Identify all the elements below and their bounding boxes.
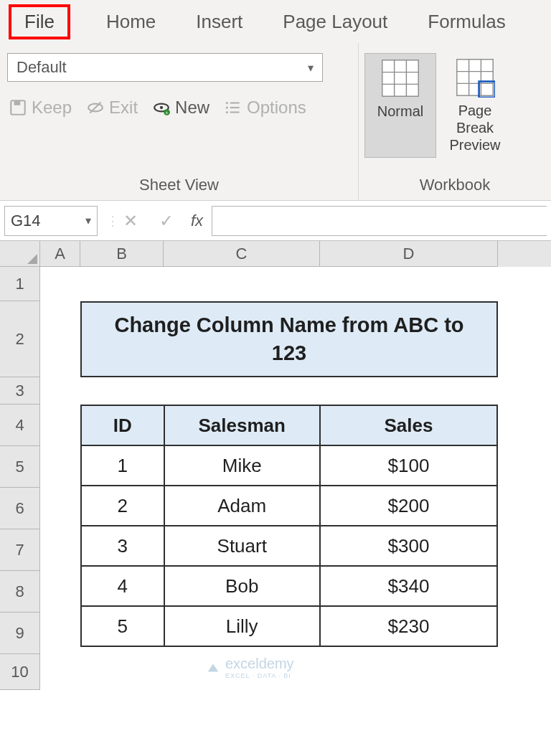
cell-sales[interactable]: $230 xyxy=(320,606,497,646)
header-salesman[interactable]: Salesman xyxy=(164,405,320,445)
svg-text:+: + xyxy=(165,110,169,116)
cell-sales[interactable]: $340 xyxy=(320,566,497,606)
svg-rect-1 xyxy=(14,100,21,105)
data-table: ID Salesman Sales 1 Mike $100 2 Adam $20… xyxy=(80,405,498,647)
formula-bar: G14 ▾ ⋮ ✕ ✓ fx xyxy=(0,201,551,241)
normal-view-icon xyxy=(380,58,420,98)
options-button: Options xyxy=(222,95,308,121)
name-box[interactable]: G14 ▾ xyxy=(4,206,98,236)
cell-salesman[interactable]: Lilly xyxy=(164,606,320,646)
column-headers: A B C D xyxy=(0,241,551,267)
keep-button: Keep xyxy=(7,95,73,121)
new-button[interactable]: + New xyxy=(151,95,211,121)
watermark-brand: exceldemy xyxy=(225,656,294,671)
eye-new-icon: + xyxy=(152,98,171,117)
cell-area[interactable]: Change Column Name from ABC to 123 ID Sa… xyxy=(40,267,551,690)
row-header-10[interactable]: 10 xyxy=(0,654,40,690)
tab-file[interactable]: File xyxy=(9,4,70,39)
ribbon-body: Default ▾ Keep Exit + New Options Sheet … xyxy=(0,43,551,201)
cancel-formula-button: ✕ xyxy=(115,206,146,236)
sheetview-dropdown[interactable]: Default ▾ xyxy=(7,53,323,82)
cell-sales[interactable]: $200 xyxy=(320,486,497,526)
svg-rect-14 xyxy=(382,60,418,96)
list-icon xyxy=(224,98,242,117)
exceldemy-logo-icon xyxy=(205,660,221,676)
normal-view-button[interactable]: Normal xyxy=(364,53,436,158)
cell-salesman[interactable]: Mike xyxy=(164,445,320,486)
cell-id[interactable]: 2 xyxy=(81,486,164,526)
tab-formulas[interactable]: Formulas xyxy=(423,5,509,39)
row-header-3[interactable]: 3 xyxy=(0,377,40,405)
chevron-down-icon: ▾ xyxy=(308,61,314,75)
row-headers: 1 2 3 4 5 6 7 8 9 10 xyxy=(0,267,40,690)
table-row: 1 Mike $100 xyxy=(81,445,497,486)
cell-id[interactable]: 3 xyxy=(81,526,164,566)
enter-formula-button: ✓ xyxy=(151,206,182,236)
spreadsheet-grid: A B C D 1 2 3 4 5 6 7 8 9 10 Change Colu… xyxy=(0,241,551,690)
page-break-icon xyxy=(455,57,495,98)
formula-input[interactable] xyxy=(212,206,547,236)
row-header-7[interactable]: 7 xyxy=(0,529,40,571)
cell-sales[interactable]: $300 xyxy=(320,526,497,566)
row-header-1[interactable]: 1 xyxy=(0,267,40,301)
header-sales[interactable]: Sales xyxy=(320,405,497,445)
eye-exit-icon xyxy=(86,98,105,117)
chevron-down-icon: ▾ xyxy=(85,214,91,227)
table-row: 3 Stuart $300 xyxy=(81,526,497,566)
col-header-c[interactable]: C xyxy=(164,241,320,267)
name-box-value: G14 xyxy=(11,212,41,230)
row-header-8[interactable]: 8 xyxy=(0,571,40,613)
svg-point-11 xyxy=(226,102,228,104)
header-id[interactable]: ID xyxy=(81,405,164,445)
cell-id[interactable]: 1 xyxy=(81,445,164,486)
ribbon-tabs: File Home Insert Page Layout Formulas xyxy=(0,0,551,43)
tab-home[interactable]: Home xyxy=(102,5,160,39)
group-label-sheet-view: Sheet View xyxy=(7,176,351,200)
cell-id[interactable]: 5 xyxy=(81,606,164,646)
separator: ⋮ xyxy=(102,213,110,229)
cell-salesman[interactable]: Stuart xyxy=(164,526,320,566)
fx-icon[interactable]: fx xyxy=(187,212,207,230)
row-header-6[interactable]: 6 xyxy=(0,488,40,529)
page-break-preview-button[interactable]: Page Break Preview xyxy=(439,53,511,158)
table-row: 5 Lilly $230 xyxy=(81,606,497,646)
col-header-a[interactable]: A xyxy=(40,241,80,267)
col-header-d[interactable]: D xyxy=(320,241,498,267)
row-header-2[interactable]: 2 xyxy=(0,301,40,377)
watermark-tagline: EXCEL · DATA · BI xyxy=(225,672,294,679)
select-all-corner[interactable] xyxy=(0,241,40,267)
svg-point-12 xyxy=(226,106,228,108)
exit-button: Exit xyxy=(85,95,139,121)
row-header-5[interactable]: 5 xyxy=(0,446,40,488)
svg-marker-25 xyxy=(208,663,219,671)
sheet-title-cell[interactable]: Change Column Name from ABC to 123 xyxy=(80,301,498,377)
svg-point-5 xyxy=(160,106,163,109)
sheetview-selected: Default xyxy=(17,58,67,77)
group-label-workbook: Workbook xyxy=(359,176,551,200)
table-row: 4 Bob $340 xyxy=(81,566,497,606)
tab-insert[interactable]: Insert xyxy=(192,5,247,39)
table-header-row: ID Salesman Sales xyxy=(81,405,497,445)
group-sheet-view: Default ▾ Keep Exit + New Options Sheet … xyxy=(0,43,359,200)
col-header-b[interactable]: B xyxy=(80,241,164,267)
row-header-4[interactable]: 4 xyxy=(0,405,40,446)
cell-id[interactable]: 4 xyxy=(81,566,164,606)
svg-rect-19 xyxy=(457,60,493,95)
save-icon xyxy=(9,98,27,117)
cell-salesman[interactable]: Adam xyxy=(164,486,320,526)
cell-salesman[interactable]: Bob xyxy=(164,566,320,606)
watermark: exceldemy EXCEL · DATA · BI xyxy=(205,656,294,679)
tab-page-layout[interactable]: Page Layout xyxy=(278,5,392,39)
cell-sales[interactable]: $100 xyxy=(320,445,497,486)
row-header-9[interactable]: 9 xyxy=(0,613,40,654)
table-row: 2 Adam $200 xyxy=(81,486,497,526)
svg-point-13 xyxy=(226,111,228,113)
group-workbook-views: Normal Page Break Preview Workbook xyxy=(359,43,551,200)
